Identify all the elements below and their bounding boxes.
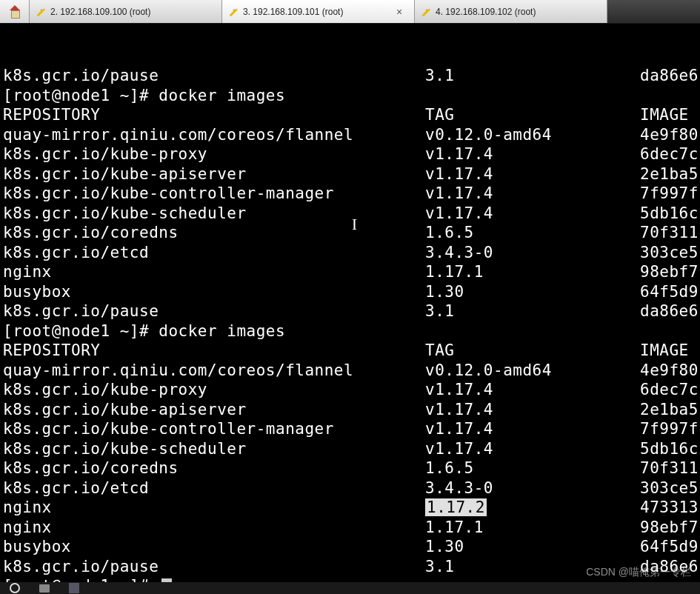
text-cursor-icon: I bbox=[352, 215, 358, 235]
search-icon[interactable] bbox=[9, 582, 21, 594]
table-row: nginx1.17.198ebf7 bbox=[3, 262, 697, 282]
table-header: REPOSITORYTAGIMAGE bbox=[3, 105, 697, 125]
table-row: k8s.gcr.io/kube-schedulerv1.17.45db16c bbox=[3, 204, 697, 224]
table-row: quay-mirror.qiniu.com/coreos/flannelv0.1… bbox=[3, 125, 697, 145]
close-icon[interactable]: × bbox=[393, 6, 405, 18]
terminal-output[interactable]: k8s.gcr.io/pause3.1da86e6[root@node1 ~]#… bbox=[0, 24, 700, 594]
shell-prompt: [root@node1 ~]# docker images bbox=[3, 321, 697, 341]
key-icon bbox=[228, 7, 239, 17]
terminal-tab-1[interactable]: 2. 192.168.109.100 (root) bbox=[30, 0, 222, 23]
tab-label: 2. 192.168.109.100 (root) bbox=[50, 7, 150, 17]
table-row: k8s.gcr.io/coredns1.6.570f311 bbox=[3, 458, 697, 478]
table-row: quay-mirror.qiniu.com/coreos/flannelv0.1… bbox=[3, 361, 697, 381]
table-row: k8s.gcr.io/pause3.1da86e6 bbox=[3, 66, 697, 86]
table-row: k8s.gcr.io/kube-proxyv1.17.46dec7c bbox=[3, 144, 697, 164]
table-row: nginx1.17.198ebf7 bbox=[3, 518, 697, 538]
tab-bar: 2. 192.168.109.100 (root)3. 192.168.109.… bbox=[0, 0, 700, 24]
table-row: busybox1.3064f5d9 bbox=[3, 282, 697, 302]
table-header: REPOSITORYTAGIMAGE bbox=[3, 341, 697, 361]
table-row: k8s.gcr.io/pause3.1da86e6 bbox=[3, 301, 697, 321]
tab-label: 3. 192.168.109.101 (root) bbox=[243, 7, 343, 17]
key-icon bbox=[421, 7, 431, 17]
table-row: busybox1.3064f5d9 bbox=[3, 537, 697, 557]
tab-label: 4. 192.168.109.102 (root) bbox=[436, 7, 536, 17]
home-button[interactable] bbox=[0, 0, 30, 23]
table-row: k8s.gcr.io/kube-apiserverv1.17.42e1ba5 bbox=[3, 400, 697, 420]
table-row: k8s.gcr.io/etcd3.4.3-0303ce5 bbox=[3, 478, 697, 498]
terminal-tab-3[interactable]: 4. 192.168.109.102 (root) bbox=[415, 0, 607, 23]
table-row: k8s.gcr.io/kube-controller-managerv1.17.… bbox=[3, 184, 697, 204]
table-row: k8s.gcr.io/kube-proxyv1.17.46dec7c bbox=[3, 380, 697, 400]
app-icon[interactable] bbox=[68, 582, 80, 594]
table-row: k8s.gcr.io/kube-controller-managerv1.17.… bbox=[3, 419, 697, 439]
shell-prompt: [root@node1 ~]# docker images bbox=[3, 86, 697, 106]
folder-icon[interactable] bbox=[39, 582, 50, 594]
table-row: nginx1.17.2473313 bbox=[3, 498, 697, 518]
table-row: k8s.gcr.io/coredns1.6.570f311 bbox=[3, 223, 697, 243]
taskbar bbox=[0, 582, 700, 594]
table-row: k8s.gcr.io/kube-apiserverv1.17.42e1ba5 bbox=[3, 164, 697, 184]
table-row: k8s.gcr.io/etcd3.4.3-0303ce5 bbox=[3, 243, 697, 263]
terminal-tab-2[interactable]: 3. 192.168.109.101 (root)× bbox=[222, 0, 415, 23]
key-icon bbox=[36, 7, 46, 17]
table-row: k8s.gcr.io/kube-schedulerv1.17.45db16c bbox=[3, 439, 697, 459]
home-icon bbox=[8, 5, 21, 19]
watermark-text: CSDN @喵俺第一专栏 bbox=[586, 566, 691, 579]
selected-text: 1.17.2 bbox=[425, 498, 487, 516]
